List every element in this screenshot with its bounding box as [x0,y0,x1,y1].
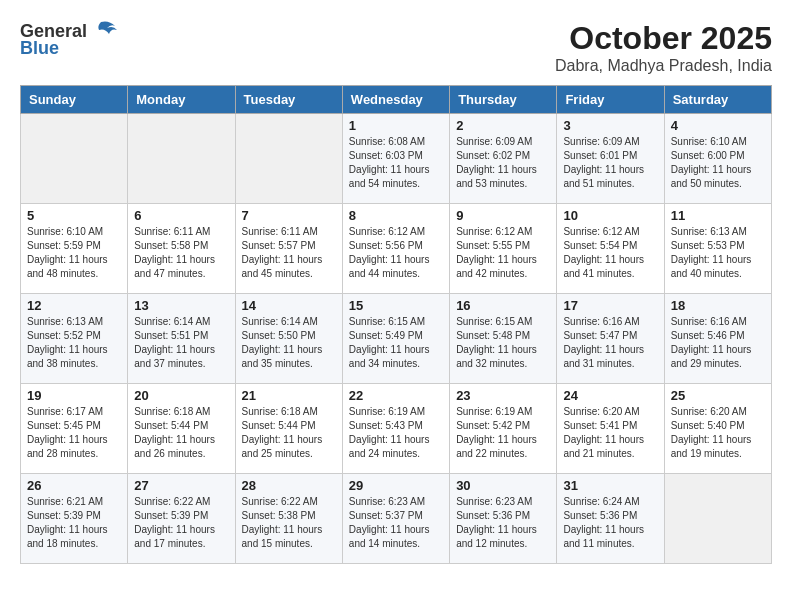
week-row-1: 1Sunrise: 6:08 AM Sunset: 6:03 PM Daylig… [21,114,772,204]
cell-info: Sunrise: 6:23 AM Sunset: 5:36 PM Dayligh… [456,495,550,551]
logo: General Blue [20,20,119,59]
day-number: 30 [456,478,550,493]
cell-info: Sunrise: 6:22 AM Sunset: 5:38 PM Dayligh… [242,495,336,551]
calendar-cell: 20Sunrise: 6:18 AM Sunset: 5:44 PM Dayli… [128,384,235,474]
logo-blue: Blue [20,38,59,59]
calendar-cell: 18Sunrise: 6:16 AM Sunset: 5:46 PM Dayli… [664,294,771,384]
calendar-cell: 9Sunrise: 6:12 AM Sunset: 5:55 PM Daylig… [450,204,557,294]
day-number: 22 [349,388,443,403]
logo-bird-icon [91,20,119,42]
calendar-cell: 31Sunrise: 6:24 AM Sunset: 5:36 PM Dayli… [557,474,664,564]
day-number: 31 [563,478,657,493]
day-number: 26 [27,478,121,493]
calendar-cell: 19Sunrise: 6:17 AM Sunset: 5:45 PM Dayli… [21,384,128,474]
day-number: 1 [349,118,443,133]
week-row-5: 26Sunrise: 6:21 AM Sunset: 5:39 PM Dayli… [21,474,772,564]
day-number: 5 [27,208,121,223]
cell-info: Sunrise: 6:10 AM Sunset: 5:59 PM Dayligh… [27,225,121,281]
calendar-cell: 6Sunrise: 6:11 AM Sunset: 5:58 PM Daylig… [128,204,235,294]
cell-info: Sunrise: 6:20 AM Sunset: 5:41 PM Dayligh… [563,405,657,461]
calendar-cell: 5Sunrise: 6:10 AM Sunset: 5:59 PM Daylig… [21,204,128,294]
calendar-cell: 11Sunrise: 6:13 AM Sunset: 5:53 PM Dayli… [664,204,771,294]
day-number: 2 [456,118,550,133]
day-number: 21 [242,388,336,403]
cell-info: Sunrise: 6:13 AM Sunset: 5:53 PM Dayligh… [671,225,765,281]
day-number: 29 [349,478,443,493]
cell-info: Sunrise: 6:23 AM Sunset: 5:37 PM Dayligh… [349,495,443,551]
calendar-cell [235,114,342,204]
cell-info: Sunrise: 6:16 AM Sunset: 5:46 PM Dayligh… [671,315,765,371]
weekday-header-saturday: Saturday [664,86,771,114]
cell-info: Sunrise: 6:20 AM Sunset: 5:40 PM Dayligh… [671,405,765,461]
calendar-cell: 8Sunrise: 6:12 AM Sunset: 5:56 PM Daylig… [342,204,449,294]
calendar-cell: 29Sunrise: 6:23 AM Sunset: 5:37 PM Dayli… [342,474,449,564]
day-number: 12 [27,298,121,313]
day-number: 27 [134,478,228,493]
cell-info: Sunrise: 6:11 AM Sunset: 5:58 PM Dayligh… [134,225,228,281]
cell-info: Sunrise: 6:15 AM Sunset: 5:49 PM Dayligh… [349,315,443,371]
cell-info: Sunrise: 6:16 AM Sunset: 5:47 PM Dayligh… [563,315,657,371]
weekday-header-wednesday: Wednesday [342,86,449,114]
calendar-cell [664,474,771,564]
calendar-cell: 3Sunrise: 6:09 AM Sunset: 6:01 PM Daylig… [557,114,664,204]
day-number: 3 [563,118,657,133]
weekday-header-friday: Friday [557,86,664,114]
day-number: 28 [242,478,336,493]
weekday-header-row: SundayMondayTuesdayWednesdayThursdayFrid… [21,86,772,114]
day-number: 10 [563,208,657,223]
day-number: 13 [134,298,228,313]
header: General Blue October 2025 Dabra, Madhya … [20,20,772,75]
cell-info: Sunrise: 6:17 AM Sunset: 5:45 PM Dayligh… [27,405,121,461]
day-number: 14 [242,298,336,313]
cell-info: Sunrise: 6:14 AM Sunset: 5:50 PM Dayligh… [242,315,336,371]
calendar-cell: 17Sunrise: 6:16 AM Sunset: 5:47 PM Dayli… [557,294,664,384]
day-number: 15 [349,298,443,313]
cell-info: Sunrise: 6:14 AM Sunset: 5:51 PM Dayligh… [134,315,228,371]
day-number: 17 [563,298,657,313]
cell-info: Sunrise: 6:08 AM Sunset: 6:03 PM Dayligh… [349,135,443,191]
calendar-cell: 2Sunrise: 6:09 AM Sunset: 6:02 PM Daylig… [450,114,557,204]
calendar-cell: 12Sunrise: 6:13 AM Sunset: 5:52 PM Dayli… [21,294,128,384]
calendar-table: SundayMondayTuesdayWednesdayThursdayFrid… [20,85,772,564]
day-number: 4 [671,118,765,133]
day-number: 24 [563,388,657,403]
day-number: 16 [456,298,550,313]
cell-info: Sunrise: 6:13 AM Sunset: 5:52 PM Dayligh… [27,315,121,371]
calendar-cell: 13Sunrise: 6:14 AM Sunset: 5:51 PM Dayli… [128,294,235,384]
title-section: October 2025 Dabra, Madhya Pradesh, Indi… [555,20,772,75]
calendar-cell: 30Sunrise: 6:23 AM Sunset: 5:36 PM Dayli… [450,474,557,564]
calendar-cell: 23Sunrise: 6:19 AM Sunset: 5:42 PM Dayli… [450,384,557,474]
calendar-subtitle: Dabra, Madhya Pradesh, India [555,57,772,75]
day-number: 6 [134,208,228,223]
day-number: 11 [671,208,765,223]
calendar-cell: 22Sunrise: 6:19 AM Sunset: 5:43 PM Dayli… [342,384,449,474]
cell-info: Sunrise: 6:12 AM Sunset: 5:55 PM Dayligh… [456,225,550,281]
cell-info: Sunrise: 6:24 AM Sunset: 5:36 PM Dayligh… [563,495,657,551]
calendar-cell: 28Sunrise: 6:22 AM Sunset: 5:38 PM Dayli… [235,474,342,564]
calendar-cell: 24Sunrise: 6:20 AM Sunset: 5:41 PM Dayli… [557,384,664,474]
calendar-cell: 14Sunrise: 6:14 AM Sunset: 5:50 PM Dayli… [235,294,342,384]
cell-info: Sunrise: 6:21 AM Sunset: 5:39 PM Dayligh… [27,495,121,551]
weekday-header-sunday: Sunday [21,86,128,114]
cell-info: Sunrise: 6:19 AM Sunset: 5:42 PM Dayligh… [456,405,550,461]
cell-info: Sunrise: 6:10 AM Sunset: 6:00 PM Dayligh… [671,135,765,191]
day-number: 25 [671,388,765,403]
week-row-2: 5Sunrise: 6:10 AM Sunset: 5:59 PM Daylig… [21,204,772,294]
cell-info: Sunrise: 6:18 AM Sunset: 5:44 PM Dayligh… [134,405,228,461]
cell-info: Sunrise: 6:18 AM Sunset: 5:44 PM Dayligh… [242,405,336,461]
calendar-cell: 26Sunrise: 6:21 AM Sunset: 5:39 PM Dayli… [21,474,128,564]
cell-info: Sunrise: 6:11 AM Sunset: 5:57 PM Dayligh… [242,225,336,281]
cell-info: Sunrise: 6:15 AM Sunset: 5:48 PM Dayligh… [456,315,550,371]
calendar-cell: 10Sunrise: 6:12 AM Sunset: 5:54 PM Dayli… [557,204,664,294]
day-number: 7 [242,208,336,223]
day-number: 19 [27,388,121,403]
week-row-3: 12Sunrise: 6:13 AM Sunset: 5:52 PM Dayli… [21,294,772,384]
cell-info: Sunrise: 6:09 AM Sunset: 6:01 PM Dayligh… [563,135,657,191]
cell-info: Sunrise: 6:12 AM Sunset: 5:56 PM Dayligh… [349,225,443,281]
day-number: 9 [456,208,550,223]
calendar-cell [128,114,235,204]
cell-info: Sunrise: 6:19 AM Sunset: 5:43 PM Dayligh… [349,405,443,461]
calendar-cell: 21Sunrise: 6:18 AM Sunset: 5:44 PM Dayli… [235,384,342,474]
cell-info: Sunrise: 6:22 AM Sunset: 5:39 PM Dayligh… [134,495,228,551]
cell-info: Sunrise: 6:09 AM Sunset: 6:02 PM Dayligh… [456,135,550,191]
